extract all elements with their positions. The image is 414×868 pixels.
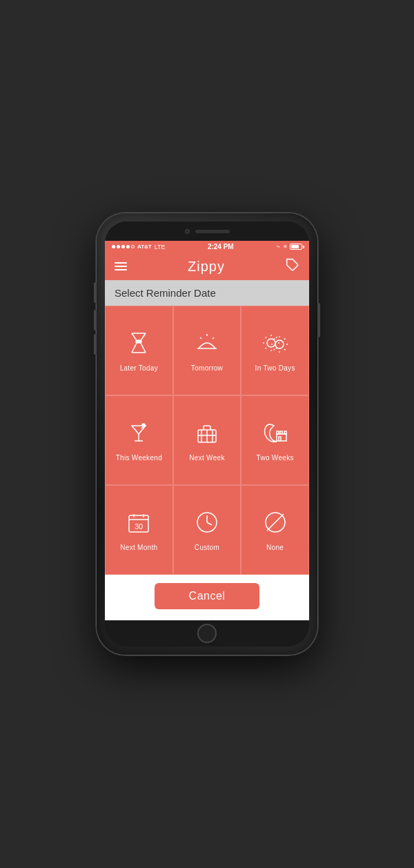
custom-label: Custom — [195, 544, 219, 551]
status-bar: AT&T LTE 2:24 PM ⤷ ✳ — [105, 241, 309, 253]
cancel-area: Cancel — [105, 575, 309, 620]
hourglass-icon — [125, 329, 152, 360]
svg-line-13 — [276, 337, 277, 339]
grid-cell-later-today[interactable]: Later Today — [105, 306, 173, 395]
svg-line-4 — [200, 337, 201, 339]
menu-line-1 — [115, 262, 127, 264]
next-month-label: Next Month — [120, 544, 157, 551]
status-left: AT&T LTE — [112, 244, 166, 250]
svg-line-20 — [273, 339, 275, 340]
menu-line-3 — [115, 269, 127, 270]
cocktail-icon — [125, 419, 152, 450]
svg-point-27 — [142, 424, 145, 426]
sun-icon — [262, 329, 289, 360]
grid-cell-custom[interactable]: Custom — [173, 485, 241, 575]
svg-rect-35 — [280, 431, 282, 434]
phone-top-bezel — [105, 221, 309, 241]
dot5 — [131, 245, 135, 248]
two-weeks-label: Two Weeks — [257, 454, 294, 462]
grid-cell-tomorrow[interactable]: Tomorrow — [173, 306, 241, 395]
next-week-label: Next Week — [189, 454, 224, 462]
dot4 — [126, 245, 130, 248]
reminder-grid: Later Today T — [105, 306, 309, 575]
tomorrow-label: Tomorrow — [191, 364, 223, 372]
phone-inner: AT&T LTE 2:24 PM ⤷ ✳ — [105, 221, 309, 647]
section-title: Select Reminder Date — [105, 280, 309, 306]
cancel-button[interactable]: Cancel — [155, 583, 260, 609]
svg-line-47 — [267, 514, 284, 531]
screen: AT&T LTE 2:24 PM ⤷ ✳ — [105, 241, 309, 620]
svg-rect-37 — [279, 437, 281, 441]
svg-line-3 — [213, 337, 214, 339]
grid-cell-next-week[interactable]: Next Week — [173, 395, 241, 485]
svg-line-11 — [265, 337, 266, 339]
this-weekend-label: This Weekend — [116, 454, 162, 462]
network-type: LTE — [155, 244, 166, 250]
svg-point-15 — [275, 340, 284, 348]
clock-icon — [193, 509, 221, 540]
status-time: 2:24 PM — [208, 243, 234, 250]
dot2 — [117, 245, 120, 248]
cancel-icon — [262, 509, 289, 540]
home-button[interactable] — [197, 624, 217, 643]
night-icon — [262, 419, 289, 450]
dot1 — [112, 245, 115, 248]
svg-line-23 — [273, 349, 275, 351]
signal-dots — [112, 245, 135, 248]
sunrise-icon — [193, 329, 221, 360]
grid-cell-in-two-days[interactable]: In Two Days — [241, 306, 309, 395]
grid-container: Later Today T — [105, 306, 309, 575]
battery-fill — [291, 245, 299, 248]
svg-line-21 — [284, 349, 286, 351]
calendar-icon: 30 — [125, 509, 152, 540]
carrier-name: AT&T — [137, 244, 152, 250]
svg-rect-36 — [284, 431, 286, 434]
phone-bottom-bezel — [105, 620, 309, 647]
front-camera — [185, 229, 190, 234]
grid-cell-none[interactable]: None — [241, 485, 309, 575]
app-title: Zippy — [188, 259, 225, 275]
none-label: None — [266, 544, 284, 551]
location-icon: ⤷ — [276, 244, 281, 250]
grid-cell-next-month[interactable]: 30 Next Month — [105, 485, 173, 575]
bluetooth-icon: ✳ — [283, 244, 288, 250]
grid-cell-this-weekend[interactable]: This Weekend — [105, 395, 173, 485]
menu-button[interactable] — [115, 262, 127, 270]
in-two-days-label: In Two Days — [255, 364, 295, 372]
svg-line-22 — [284, 339, 286, 340]
battery-indicator — [290, 244, 302, 250]
svg-line-45 — [207, 522, 212, 525]
phone-device: AT&T LTE 2:24 PM ⤷ ✳ — [97, 213, 317, 655]
svg-text:30: 30 — [135, 522, 143, 531]
svg-line-14 — [265, 348, 266, 349]
grid-cell-two-weeks[interactable]: Two Weeks — [241, 395, 309, 485]
tag-icon[interactable] — [286, 258, 299, 275]
earpiece-speaker — [195, 230, 230, 233]
suitcase-icon — [193, 419, 221, 450]
app-header: Zippy — [105, 253, 309, 280]
svg-rect-34 — [277, 431, 279, 434]
svg-rect-33 — [277, 434, 286, 441]
later-today-label: Later Today — [120, 364, 158, 372]
status-right: ⤷ ✳ — [276, 244, 302, 250]
svg-point-6 — [267, 339, 275, 347]
svg-point-1 — [136, 340, 141, 343]
dot3 — [121, 245, 125, 248]
menu-line-2 — [115, 266, 127, 267]
